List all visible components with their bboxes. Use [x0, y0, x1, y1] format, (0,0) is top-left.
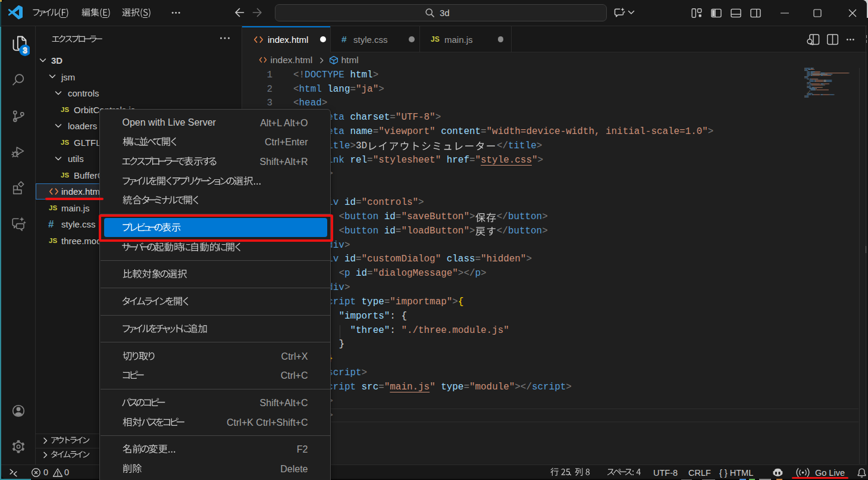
svg-text:3: 3: [23, 46, 27, 55]
